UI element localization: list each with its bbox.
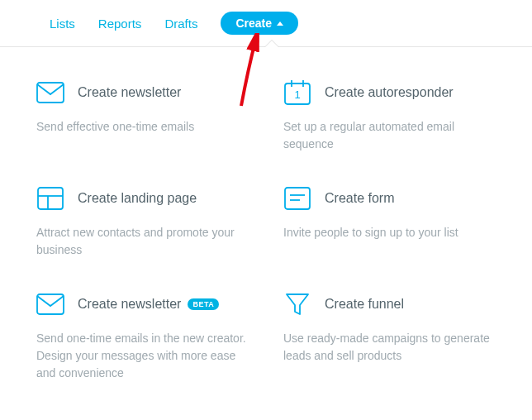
- card-title-text: Create newsletter: [78, 297, 181, 312]
- svg-rect-12: [37, 294, 64, 314]
- card-desc: Set up a regular automated email sequenc…: [283, 118, 496, 153]
- card-desc: Use ready-made campaigns to generate lea…: [283, 330, 496, 365]
- chevron-up-icon: [277, 21, 283, 26]
- beta-badge: BETA: [188, 298, 219, 310]
- card-title: Create newsletter: [78, 85, 181, 100]
- svg-rect-6: [38, 188, 63, 209]
- card-title: Create newsletter BETA: [78, 297, 219, 312]
- card-create-newsletter[interactable]: Create newsletter Send effective one-tim…: [36, 80, 249, 153]
- create-button[interactable]: Create: [221, 12, 298, 35]
- funnel-icon: [283, 292, 311, 317]
- svg-rect-9: [285, 188, 310, 209]
- card-create-newsletter-beta[interactable]: Create newsletter BETA Send one-time ema…: [36, 292, 249, 382]
- card-title: Create landing page: [78, 191, 197, 206]
- card-create-landing-page[interactable]: Create landing page Attract new contacts…: [36, 186, 249, 259]
- nav-drafts[interactable]: Drafts: [164, 17, 197, 31]
- card-create-autoresponder[interactable]: 1 Create autoresponder Set up a regular …: [283, 80, 496, 153]
- create-button-label: Create: [235, 17, 272, 30]
- envelope-icon: [36, 292, 64, 317]
- top-nav: Lists Reports Drafts Create: [0, 0, 532, 47]
- nav-reports[interactable]: Reports: [98, 17, 142, 31]
- card-title: Create autoresponder: [325, 85, 454, 100]
- card-create-form[interactable]: Create form Invite people to sign up to …: [283, 186, 496, 259]
- card-create-funnel[interactable]: Create funnel Use ready-made campaigns t…: [283, 292, 496, 382]
- dropdown-caret-icon: [264, 41, 279, 48]
- svg-rect-1: [37, 83, 64, 103]
- nav-lists[interactable]: Lists: [50, 17, 75, 31]
- form-icon: [283, 186, 311, 211]
- layout-icon: [36, 186, 64, 211]
- card-desc: Attract new contacts and promote your bu…: [36, 224, 249, 259]
- card-desc: Send one-time emails in the new creator.…: [36, 330, 249, 382]
- calendar-icon: 1: [283, 80, 311, 105]
- svg-text:1: 1: [294, 88, 300, 101]
- card-desc: Send effective one-time emails: [36, 118, 249, 136]
- card-desc: Invite people to sign up to your list: [283, 224, 496, 241]
- card-title: Create funnel: [325, 297, 404, 312]
- card-title: Create form: [325, 191, 394, 206]
- envelope-icon: [36, 80, 64, 105]
- create-menu: Create newsletter Send effective one-tim…: [0, 47, 532, 382]
